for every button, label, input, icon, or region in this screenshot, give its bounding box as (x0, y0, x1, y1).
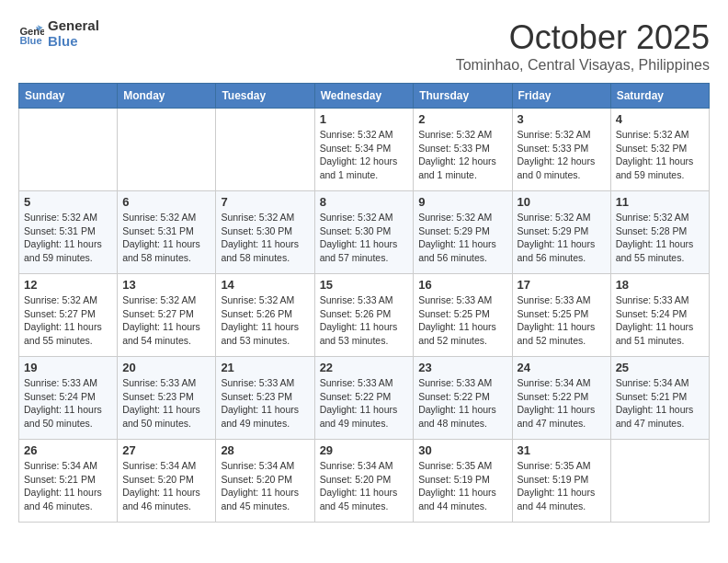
day-info: Sunrise: 5:35 AM Sunset: 5:19 PM Dayligh… (418, 459, 506, 513)
day-info: Sunrise: 5:33 AM Sunset: 5:23 PM Dayligh… (221, 376, 309, 431)
calendar-cell: 4Sunrise: 5:32 AM Sunset: 5:32 PM Daylig… (610, 109, 709, 191)
day-number: 15 (320, 278, 409, 292)
day-number: 20 (122, 361, 210, 374)
day-info: Sunrise: 5:32 AM Sunset: 5:31 PM Dayligh… (24, 211, 112, 265)
calendar-cell: 7Sunrise: 5:32 AM Sunset: 5:30 PM Daylig… (216, 191, 314, 274)
calendar-cell: 9Sunrise: 5:32 AM Sunset: 5:29 PM Daylig… (414, 191, 512, 274)
logo-icon: General Blue (18, 21, 44, 47)
calendar-cell: 2Sunrise: 5:32 AM Sunset: 5:33 PM Daylig… (414, 109, 512, 191)
day-number: 4 (616, 112, 704, 126)
day-number: 12 (24, 278, 112, 292)
day-number: 13 (122, 278, 210, 292)
calendar-cell: 31Sunrise: 5:35 AM Sunset: 5:19 PM Dayli… (512, 440, 610, 523)
calendar-cell (19, 109, 118, 191)
calendar-cell: 13Sunrise: 5:32 AM Sunset: 5:27 PM Dayli… (118, 274, 216, 357)
day-info: Sunrise: 5:32 AM Sunset: 5:34 PM Dayligh… (320, 128, 409, 182)
day-info: Sunrise: 5:35 AM Sunset: 5:19 PM Dayligh… (518, 459, 606, 513)
day-info: Sunrise: 5:34 AM Sunset: 5:20 PM Dayligh… (320, 459, 409, 513)
calendar-week-row: 19Sunrise: 5:33 AM Sunset: 5:24 PM Dayli… (19, 357, 710, 440)
logo-line2: Blue (48, 34, 99, 50)
calendar-cell: 3Sunrise: 5:32 AM Sunset: 5:33 PM Daylig… (512, 109, 610, 191)
calendar-cell: 27Sunrise: 5:34 AM Sunset: 5:20 PM Dayli… (118, 440, 216, 523)
day-number: 16 (418, 278, 506, 292)
day-number: 19 (24, 361, 112, 374)
day-info: Sunrise: 5:32 AM Sunset: 5:31 PM Dayligh… (122, 211, 210, 265)
calendar-week-row: 1Sunrise: 5:32 AM Sunset: 5:34 PM Daylig… (19, 109, 710, 191)
day-number: 10 (518, 195, 606, 209)
day-number: 24 (518, 361, 606, 374)
title-area: October 2025 Tominhao, Central Visayas, … (456, 18, 710, 74)
day-info: Sunrise: 5:32 AM Sunset: 5:27 PM Dayligh… (24, 293, 112, 348)
day-number: 30 (418, 443, 506, 457)
day-number: 28 (221, 443, 309, 457)
day-info: Sunrise: 5:32 AM Sunset: 5:28 PM Dayligh… (616, 211, 704, 265)
calendar-cell: 14Sunrise: 5:32 AM Sunset: 5:26 PM Dayli… (216, 274, 314, 357)
day-info: Sunrise: 5:32 AM Sunset: 5:33 PM Dayligh… (418, 128, 506, 182)
calendar-cell: 25Sunrise: 5:34 AM Sunset: 5:21 PM Dayli… (610, 357, 709, 440)
day-number: 11 (616, 195, 704, 209)
day-info: Sunrise: 5:33 AM Sunset: 5:26 PM Dayligh… (320, 293, 409, 348)
day-number: 5 (24, 195, 112, 209)
day-info: Sunrise: 5:32 AM Sunset: 5:30 PM Dayligh… (320, 211, 409, 265)
calendar-cell: 15Sunrise: 5:33 AM Sunset: 5:26 PM Dayli… (314, 274, 414, 357)
day-info: Sunrise: 5:34 AM Sunset: 5:21 PM Dayligh… (24, 459, 112, 513)
calendar-week-row: 12Sunrise: 5:32 AM Sunset: 5:27 PM Dayli… (19, 274, 710, 357)
calendar-cell: 29Sunrise: 5:34 AM Sunset: 5:20 PM Dayli… (314, 440, 414, 523)
day-number: 9 (418, 195, 506, 209)
day-info: Sunrise: 5:32 AM Sunset: 5:29 PM Dayligh… (418, 211, 506, 265)
calendar-cell: 1Sunrise: 5:32 AM Sunset: 5:34 PM Daylig… (314, 109, 414, 191)
day-number: 18 (616, 278, 704, 292)
calendar-cell (610, 440, 709, 523)
day-info: Sunrise: 5:34 AM Sunset: 5:20 PM Dayligh… (122, 459, 210, 513)
day-number: 25 (616, 361, 704, 374)
day-number: 22 (320, 361, 409, 374)
calendar-cell: 20Sunrise: 5:33 AM Sunset: 5:23 PM Dayli… (118, 357, 216, 440)
day-info: Sunrise: 5:33 AM Sunset: 5:22 PM Dayligh… (320, 376, 409, 431)
calendar-cell: 18Sunrise: 5:33 AM Sunset: 5:24 PM Dayli… (610, 274, 709, 357)
calendar-cell: 28Sunrise: 5:34 AM Sunset: 5:20 PM Dayli… (216, 440, 314, 523)
weekday-header: Tuesday (216, 84, 314, 109)
day-number: 31 (518, 443, 606, 457)
day-info: Sunrise: 5:32 AM Sunset: 5:27 PM Dayligh… (122, 293, 210, 348)
calendar-cell (118, 109, 216, 191)
calendar-cell: 19Sunrise: 5:33 AM Sunset: 5:24 PM Dayli… (19, 357, 118, 440)
calendar: SundayMondayTuesdayWednesdayThursdayFrid… (18, 83, 710, 523)
calendar-cell (216, 109, 314, 191)
calendar-cell: 26Sunrise: 5:34 AM Sunset: 5:21 PM Dayli… (19, 440, 118, 523)
day-info: Sunrise: 5:33 AM Sunset: 5:24 PM Dayligh… (24, 376, 112, 431)
day-info: Sunrise: 5:33 AM Sunset: 5:23 PM Dayligh… (122, 376, 210, 431)
calendar-cell: 17Sunrise: 5:33 AM Sunset: 5:25 PM Dayli… (512, 274, 610, 357)
month-title: October 2025 (456, 18, 710, 57)
day-number: 23 (418, 361, 506, 374)
calendar-cell: 6Sunrise: 5:32 AM Sunset: 5:31 PM Daylig… (118, 191, 216, 274)
day-number: 27 (122, 443, 210, 457)
day-info: Sunrise: 5:33 AM Sunset: 5:24 PM Dayligh… (616, 293, 704, 348)
day-number: 29 (320, 443, 409, 457)
day-info: Sunrise: 5:34 AM Sunset: 5:21 PM Dayligh… (616, 376, 704, 431)
day-number: 14 (221, 278, 309, 292)
calendar-cell: 24Sunrise: 5:34 AM Sunset: 5:22 PM Dayli… (512, 357, 610, 440)
day-info: Sunrise: 5:32 AM Sunset: 5:33 PM Dayligh… (518, 128, 606, 182)
svg-text:Blue: Blue (19, 35, 41, 46)
day-number: 7 (221, 195, 309, 209)
day-info: Sunrise: 5:34 AM Sunset: 5:22 PM Dayligh… (518, 376, 606, 431)
day-number: 1 (320, 112, 409, 126)
calendar-cell: 23Sunrise: 5:33 AM Sunset: 5:22 PM Dayli… (414, 357, 512, 440)
weekday-header: Friday (512, 84, 610, 109)
day-number: 2 (418, 112, 506, 126)
day-info: Sunrise: 5:32 AM Sunset: 5:29 PM Dayligh… (518, 211, 606, 265)
calendar-cell: 8Sunrise: 5:32 AM Sunset: 5:30 PM Daylig… (314, 191, 414, 274)
logo: General Blue General Blue (18, 18, 99, 49)
calendar-cell: 30Sunrise: 5:35 AM Sunset: 5:19 PM Dayli… (414, 440, 512, 523)
day-number: 6 (122, 195, 210, 209)
day-info: Sunrise: 5:33 AM Sunset: 5:25 PM Dayligh… (518, 293, 606, 348)
day-info: Sunrise: 5:32 AM Sunset: 5:30 PM Dayligh… (221, 211, 309, 265)
day-info: Sunrise: 5:33 AM Sunset: 5:22 PM Dayligh… (418, 376, 506, 431)
calendar-cell: 16Sunrise: 5:33 AM Sunset: 5:25 PM Dayli… (414, 274, 512, 357)
weekday-header: Sunday (19, 84, 118, 109)
logo-line1: General (48, 18, 99, 34)
calendar-week-row: 26Sunrise: 5:34 AM Sunset: 5:21 PM Dayli… (19, 440, 710, 523)
calendar-cell: 10Sunrise: 5:32 AM Sunset: 5:29 PM Dayli… (512, 191, 610, 274)
day-number: 26 (24, 443, 112, 457)
day-info: Sunrise: 5:34 AM Sunset: 5:20 PM Dayligh… (221, 459, 309, 513)
